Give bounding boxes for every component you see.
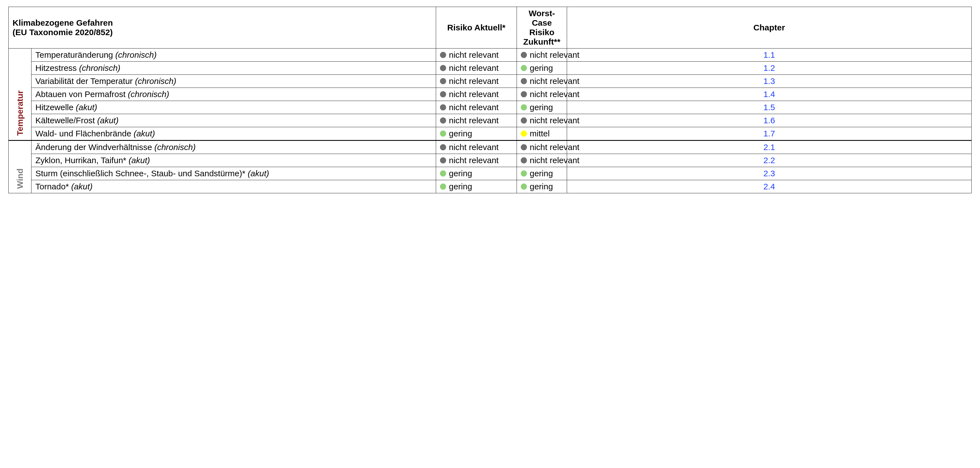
- chapter-link[interactable]: 1.3: [567, 75, 972, 88]
- hazard-name: Hitzewelle: [35, 103, 76, 112]
- hazard-name: Änderung der Windverhältnisse: [35, 142, 154, 152]
- risk-label: gering: [449, 129, 472, 138]
- hazard-name: Sturm (einschließlich Schnee-, Staub- un…: [35, 169, 248, 178]
- header-chapter: Chapter: [567, 7, 972, 48]
- chapter-link[interactable]: 2.1: [567, 141, 972, 154]
- hazard-cell: Temperaturänderung (chronisch): [32, 48, 436, 62]
- risk-future: nicht relevant: [517, 75, 567, 88]
- risk-label: gering: [530, 103, 553, 112]
- hazard-cell: Änderung der Windverhältnisse (chronisch…: [32, 141, 436, 154]
- risk-dot-icon: [440, 52, 446, 58]
- header-risk-future: Worst-Case Risiko Zukunft**: [517, 7, 567, 48]
- chapter-link[interactable]: 1.6: [567, 114, 972, 127]
- risk-current: nicht relevant: [436, 154, 517, 167]
- risk-label: nicht relevant: [530, 156, 579, 165]
- hazard-cell: Sturm (einschließlich Schnee-, Staub- un…: [32, 167, 436, 180]
- hazard-name: Temperaturänderung: [35, 50, 115, 59]
- chapter-link[interactable]: 1.1: [567, 48, 972, 62]
- table-row: WindÄnderung der Windverhältnisse (chron…: [9, 141, 972, 154]
- table-row: Wald- und Flächenbrände (akut)geringmitt…: [9, 127, 972, 141]
- risk-label: nicht relevant: [530, 116, 579, 125]
- hazard-name: Wald- und Flächenbrände: [35, 129, 134, 138]
- risk-future: nicht relevant: [517, 141, 567, 154]
- hazard-name: Tornado*: [35, 182, 71, 191]
- risk-label: nicht relevant: [530, 142, 579, 152]
- hazard-type: (akut): [134, 129, 155, 138]
- hazard-type: (chronisch): [128, 89, 169, 99]
- hazard-cell: Abtauen von Permafrost (chronisch): [32, 88, 436, 101]
- hazard-type: (chronisch): [135, 77, 176, 86]
- risk-dot-icon: [440, 117, 446, 123]
- chapter-link[interactable]: 1.4: [567, 88, 972, 101]
- risk-dot-icon: [440, 144, 446, 150]
- table-row: Sturm (einschließlich Schnee-, Staub- un…: [9, 167, 972, 180]
- hazard-type: (akut): [71, 182, 92, 191]
- risk-label: gering: [530, 169, 553, 178]
- hazard-name: Hitzestress: [35, 63, 79, 72]
- risk-label: nicht relevant: [530, 50, 579, 60]
- risk-label: nicht relevant: [449, 77, 498, 86]
- risk-label: nicht relevant: [449, 63, 498, 73]
- risk-label: nicht relevant: [530, 89, 579, 99]
- risk-label: mittel: [530, 129, 550, 138]
- hazard-name: Abtauen von Permafrost: [35, 89, 128, 99]
- hazard-type: (chronisch): [115, 50, 157, 59]
- risk-dot-icon: [521, 157, 527, 163]
- hazard-cell: Hitzestress (chronisch): [32, 62, 436, 75]
- risk-dot-icon: [521, 78, 527, 84]
- hazard-type: (akut): [129, 156, 150, 165]
- chapter-link[interactable]: 1.2: [567, 62, 972, 75]
- chapter-link[interactable]: 1.7: [567, 127, 972, 141]
- hazard-type: (akut): [97, 116, 119, 125]
- risk-dot-icon: [521, 171, 527, 177]
- header-hazard-line1: Klimabezogene Gefahren: [13, 18, 113, 27]
- chapter-link[interactable]: 2.3: [567, 167, 972, 180]
- risk-dot-icon: [440, 65, 446, 71]
- chapter-link[interactable]: 2.2: [567, 154, 972, 167]
- risk-current: nicht relevant: [436, 88, 517, 101]
- risk-future: nicht relevant: [517, 88, 567, 101]
- chapter-link[interactable]: 2.4: [567, 180, 972, 193]
- hazard-cell: Kältewelle/Frost (akut): [32, 114, 436, 127]
- table-header-row: Klimabezogene Gefahren (EU Taxonomie 202…: [9, 7, 972, 48]
- risk-current: nicht relevant: [436, 114, 517, 127]
- table-row: Hitzestress (chronisch)nicht relevantger…: [9, 62, 972, 75]
- category-label: Temperatur: [15, 90, 25, 136]
- risk-label: nicht relevant: [449, 156, 498, 165]
- risk-current: nicht relevant: [436, 141, 517, 154]
- table-row: Hitzewelle (akut)nicht relevantgering1.5: [9, 101, 972, 114]
- table-row: Kältewelle/Frost (akut)nicht relevantnic…: [9, 114, 972, 127]
- hazard-cell: Variabilität der Temperatur (chronisch): [32, 75, 436, 88]
- header-hazard: Klimabezogene Gefahren (EU Taxonomie 202…: [9, 7, 436, 48]
- hazard-name: Kältewelle/Frost: [35, 116, 97, 125]
- hazard-type: (akut): [76, 103, 97, 112]
- risk-future: nicht relevant: [517, 114, 567, 127]
- table-row: Variabilität der Temperatur (chronisch)n…: [9, 75, 972, 88]
- risk-label: gering: [449, 182, 472, 191]
- risk-label: nicht relevant: [449, 50, 498, 60]
- header-hazard-line2: (EU Taxonomie 2020/852): [13, 28, 113, 37]
- risk-current: nicht relevant: [436, 48, 517, 62]
- table-row: Abtauen von Permafrost (chronisch)nicht …: [9, 88, 972, 101]
- hazard-type: (chronisch): [79, 63, 120, 72]
- risk-current: gering: [436, 180, 517, 193]
- hazard-cell: Hitzewelle (akut): [32, 101, 436, 114]
- risk-label: gering: [530, 63, 553, 73]
- chapter-link[interactable]: 1.5: [567, 101, 972, 114]
- risk-current: nicht relevant: [436, 62, 517, 75]
- risk-future: mittel: [517, 127, 567, 141]
- risk-label: gering: [449, 169, 472, 178]
- risk-dot-icon: [521, 104, 527, 110]
- risk-label: nicht relevant: [530, 77, 579, 86]
- risk-dot-icon: [440, 184, 446, 190]
- risk-dot-icon: [521, 144, 527, 150]
- risk-label: nicht relevant: [449, 103, 498, 112]
- risk-dot-icon: [521, 65, 527, 71]
- risk-current: gering: [436, 127, 517, 141]
- risk-current: nicht relevant: [436, 75, 517, 88]
- risk-dot-icon: [521, 117, 527, 123]
- hazard-cell: Wald- und Flächenbrände (akut): [32, 127, 436, 141]
- risk-future: gering: [517, 167, 567, 180]
- risk-future: nicht relevant: [517, 154, 567, 167]
- header-risk-current: Risiko Aktuell*: [436, 7, 517, 48]
